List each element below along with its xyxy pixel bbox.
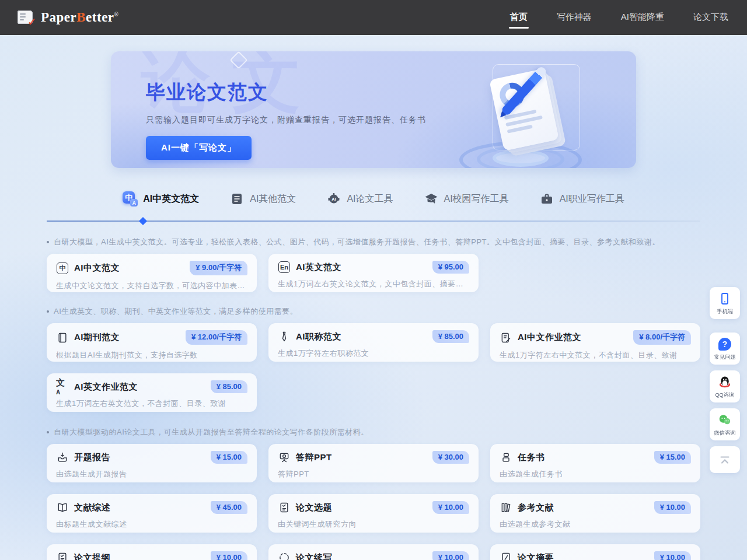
card-title: 论文续写	[296, 552, 332, 560]
price-badge: ¥ 9.00/千字符	[190, 261, 247, 275]
nav-item-1[interactable]: 写作神器	[556, 7, 593, 29]
product-card[interactable]: 中AI中文范文¥ 9.00/千字符生成中文论文范文，支持自选字数，可选内容中加表…	[47, 254, 257, 292]
en-boxed-icon: En	[278, 261, 291, 274]
price-badge: ¥ 95.00	[432, 261, 469, 274]
sections: 自研大模型，AI生成中英文范文。可选专业，轻松嵌入表格、公式、图片、代码，可选增…	[47, 237, 700, 560]
tab-2[interactable]: AIAI论文工具	[326, 191, 393, 206]
nav-item-2[interactable]: AI智能降重	[620, 7, 665, 29]
float-phone[interactable]: 手机端	[710, 287, 740, 319]
tasks-icon	[500, 451, 512, 464]
tab-3[interactable]: AI校园写作工具	[424, 191, 509, 206]
rewrite-icon	[278, 551, 291, 560]
product-card[interactable]: AI职称范文¥ 85.00生成1万字符左右职称范文	[268, 323, 479, 362]
price-badge: ¥ 15.00	[211, 451, 247, 464]
tab-1[interactable]: AI其他范文	[229, 191, 296, 206]
brand-logo[interactable]: ✓ PaperBetter®	[18, 10, 119, 25]
tab-label: AI职业写作工具	[560, 193, 624, 205]
price-badge: ¥ 10.00	[654, 551, 691, 560]
nav-item-3[interactable]: 论文下载	[692, 7, 729, 29]
price-badge: ¥ 30.00	[432, 451, 469, 464]
ai-write-paper-button[interactable]: AI一键「写论文」	[146, 136, 252, 160]
collapse-icon	[718, 453, 732, 467]
card-title: 参考文献	[518, 502, 554, 513]
price-badge: ¥ 85.00	[211, 380, 247, 393]
card-description: 生成1万字符左右中文范文，不含封面、目录、致谢	[500, 350, 691, 360]
card-description: 根据题目AI生成期刊范文，支持自选字数	[56, 350, 247, 360]
card-description: 由选题生成开题报告	[56, 469, 247, 480]
card-title: 答辩PPT	[296, 452, 332, 463]
bullet-dot-icon	[47, 241, 49, 243]
brand-name: PaperBetter®	[41, 10, 119, 25]
outline-icon	[56, 551, 69, 560]
price-badge: ¥ 12.00/千字符	[186, 330, 247, 345]
price-badge: ¥ 10.00	[211, 551, 247, 560]
card-description: 生成1万词左右英文范文，不含封面、目录、致谢	[56, 398, 247, 409]
tab-label: AI其他范文	[250, 193, 296, 205]
abstract-icon	[500, 551, 512, 560]
product-card[interactable]: 论文选题¥ 10.00由关键词生成研究方向	[268, 494, 479, 533]
bullet-dot-icon	[47, 431, 49, 433]
product-card[interactable]: 论文提纲¥ 10.00	[47, 544, 257, 560]
ppt-icon	[278, 451, 291, 464]
category-tabs: 中AAI中英文范文AI其他范文AIAI论文工具AI校园写作工具AI职业写作工具	[0, 191, 747, 206]
library-icon	[500, 501, 512, 514]
card-title: AI期刊范文	[74, 332, 120, 343]
product-card[interactable]: 论文摘要¥ 10.00	[490, 544, 700, 560]
card-title: 论文提纲	[74, 552, 110, 560]
translate-icon: 中A	[123, 191, 138, 206]
product-card[interactable]: 论文续写¥ 10.00	[268, 544, 479, 560]
product-card[interactable]: 任务书¥ 15.00由选题生成任务书	[490, 444, 700, 482]
tab-0[interactable]: 中AAI中英文范文	[123, 191, 199, 206]
section-1: AI生成英文、职称、期刊、中英文作业等范文，满足多样的使用需要。AI期刊范文¥ …	[47, 306, 700, 412]
card-title: 任务书	[518, 452, 545, 463]
product-card[interactable]: EnAI英文范文¥ 95.00生成1万词左右英文论文范文，文中包含封面、摘要、目…	[268, 254, 479, 292]
tab-label: AI论文工具	[347, 193, 393, 205]
product-card[interactable]: AI中文作业范文¥ 8.00/千字符生成1万字符左右中文范文，不含封面、目录、致…	[490, 323, 700, 362]
card-title: 开题报告	[74, 452, 110, 463]
tab-4[interactable]: AI职业写作工具	[539, 191, 624, 206]
product-card[interactable]: 参考文献¥ 10.00由选题生成参考文献	[490, 494, 700, 533]
product-card[interactable]: AI期刊范文¥ 12.00/千字符根据题目AI生成期刊范文，支持自选字数	[47, 323, 257, 362]
float-question[interactable]: ?常见问题	[710, 332, 740, 365]
wechat-icon	[718, 413, 732, 427]
price-badge: ¥ 10.00	[432, 501, 469, 514]
card-title: 论文选题	[296, 502, 332, 513]
card-description: 由选题生成参考文献	[500, 519, 691, 530]
float-label: QQ咨询	[715, 391, 735, 399]
section-bullet-text: 自研大模型，AI生成中英文范文。可选专业，轻松嵌入表格、公式、图片、代码，可选增…	[47, 237, 700, 247]
card-description: 由标题生成文献综述	[56, 519, 247, 530]
product-card[interactable]: 文献综述¥ 45.00由标题生成文献综述	[47, 494, 257, 533]
product-card[interactable]: 开题报告¥ 15.00由选题生成开题报告	[47, 444, 257, 482]
ai-tool-icon: AI	[326, 191, 341, 206]
card-description: 生成1万字符左右职称范文	[278, 348, 469, 359]
hero-subtitle: 只需输入题目即可生成万字论文，附赠查重报告，可选开题报告、任务书	[146, 115, 636, 125]
product-card[interactable]: 答辩PPT¥ 30.00答辩PPT	[268, 444, 479, 482]
briefcase-icon	[539, 191, 554, 206]
nav-item-0[interactable]: 首页	[509, 7, 529, 29]
product-card[interactable]: 文AAI英文作业范文¥ 85.00生成1万词左右英文范文，不含封面、目录、致谢	[47, 373, 257, 412]
card-grid: AI期刊范文¥ 12.00/千字符根据题目AI生成期刊范文，支持自选字数AI职称…	[47, 323, 700, 412]
card-description: 由选题生成任务书	[500, 469, 691, 480]
card-title: 文献综述	[74, 502, 110, 513]
card-title: AI英文作业范文	[74, 382, 138, 393]
card-title: 论文摘要	[518, 552, 554, 560]
card-title: AI中文作业范文	[518, 332, 581, 343]
card-title: AI中文范文	[74, 262, 120, 274]
price-badge: ¥ 10.00	[432, 551, 469, 560]
price-badge: ¥ 10.00	[654, 501, 691, 514]
price-badge: ¥ 15.00	[654, 451, 691, 464]
nav-menu: 首页写作神器AI智能降重论文下载	[509, 7, 729, 29]
report-icon	[56, 451, 69, 464]
float-collapse[interactable]	[710, 446, 740, 473]
active-tab-marker-icon	[139, 217, 147, 225]
grad-cap-icon	[424, 191, 439, 206]
hero-title: 毕业论文范文	[146, 79, 636, 106]
price-badge: ¥ 85.00	[432, 330, 469, 343]
card-description: 由关键词生成研究方向	[278, 519, 469, 530]
question-icon: ?	[718, 337, 732, 351]
float-wechat[interactable]: 微信咨询	[710, 408, 740, 440]
qq-icon	[718, 375, 732, 389]
journal-icon	[56, 331, 69, 344]
float-qq[interactable]: QQ咨询	[710, 370, 740, 402]
card-title: AI职称范文	[296, 331, 341, 342]
